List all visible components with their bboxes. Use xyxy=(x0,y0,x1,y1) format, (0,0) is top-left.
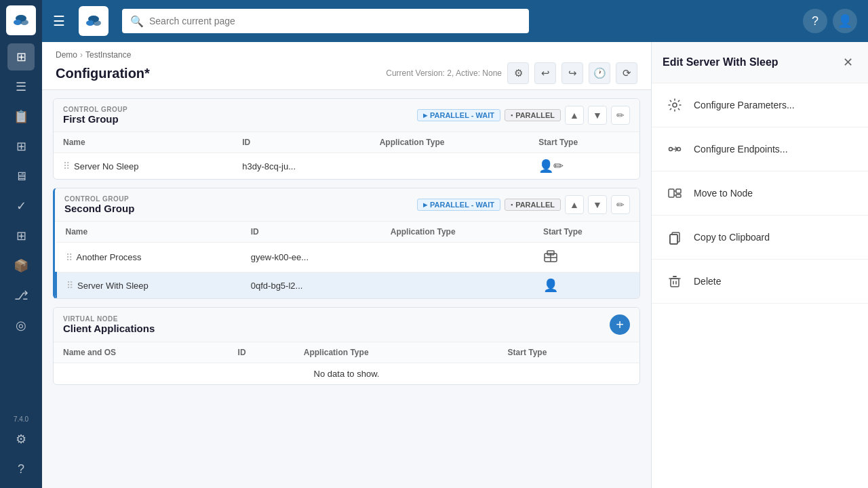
row-id: gyew-k00-ee... xyxy=(241,243,381,272)
badge-wait-first: ▶ PARALLEL - WAIT xyxy=(417,109,500,121)
expand-btn-first[interactable]: ▼ xyxy=(588,106,607,125)
panel-item-label: Copy to Clipboard xyxy=(694,232,770,243)
sidebar-item-versions[interactable]: ⎇ xyxy=(7,282,35,309)
sidebar-item-apps[interactable]: ⊞ xyxy=(7,222,35,249)
svg-rect-22 xyxy=(671,279,679,287)
start-type-icon: 👤✏ xyxy=(538,159,564,173)
breadcrumb-part1: Demo xyxy=(56,50,77,60)
sidebar-item-package[interactable]: 📦 xyxy=(7,252,35,279)
sidebar-item-grid[interactable]: ⊞ xyxy=(7,133,35,160)
vn-header: VIRTUAL NODE Client Applications + xyxy=(54,308,639,342)
add-client-button[interactable]: + xyxy=(610,314,630,335)
row-id: 0qfd-bg5-l2... xyxy=(241,272,381,299)
panel-item-delete[interactable]: Delete xyxy=(652,260,868,304)
sidebar-item-settings[interactable]: ⚙ xyxy=(7,426,35,453)
vn-label: VIRTUAL NODE xyxy=(63,315,155,323)
panel-menu: Configure Parameters... Configure Endpoi… xyxy=(652,83,868,304)
help-button[interactable]: ? xyxy=(803,9,827,33)
edit-btn-second[interactable]: ✏ xyxy=(611,195,630,214)
version-text: Current Version: 2, Active: None xyxy=(386,68,502,78)
col-starttype-vn: Start Type xyxy=(498,342,639,363)
collapse-btn-first[interactable]: ▲ xyxy=(565,106,584,125)
col-starttype-second: Start Type xyxy=(534,222,639,243)
edit-btn-first[interactable]: ✏ xyxy=(611,106,630,125)
col-id-vn: ID xyxy=(229,342,294,363)
panel-item-label: Move to Node xyxy=(694,188,753,199)
page-title: Configuration* xyxy=(56,66,150,81)
no-data-row: No data to show. xyxy=(54,363,639,385)
group-name-first: First Group xyxy=(63,113,127,125)
drag-handle[interactable]: ⠿ xyxy=(66,252,73,263)
right-panel: Edit Server With Sleep ✕ Configure Param… xyxy=(651,42,868,488)
sidebar-item-monitor[interactable]: 🖥 xyxy=(7,163,35,190)
move-icon xyxy=(664,182,686,204)
svg-point-5 xyxy=(93,20,101,26)
panel-header: Edit Server With Sleep ✕ xyxy=(652,42,868,83)
no-data-text: No data to show. xyxy=(54,363,639,385)
refresh-button[interactable]: ⟳ xyxy=(616,62,637,84)
page-main: CONTROL GROUP First Group ▶ PARALLEL - W… xyxy=(42,90,651,488)
col-name-first: Name xyxy=(54,132,233,153)
sidebar-item-tasks[interactable]: ✓ xyxy=(7,192,35,220)
app-version: 7.4.0 xyxy=(14,415,28,423)
panel-item-label: Delete xyxy=(694,276,721,287)
sidebar: ⊞ ☰ 📋 ⊞ 🖥 ✓ ⊞ 📦 ⎇ ◎ 7.4.0 ⚙ ? xyxy=(0,0,42,488)
gear-icon xyxy=(664,94,686,116)
row-name: Server With Sleep xyxy=(77,281,149,291)
col-apptype-first: Application Type xyxy=(370,132,530,153)
col-nameos: Name and OS xyxy=(54,342,229,363)
collapse-btn-second[interactable]: ▲ xyxy=(565,195,584,214)
user-button[interactable]: 👤 xyxy=(833,9,857,33)
control-group-second: CONTROL GROUP Second Group ▶ PARALLEL - … xyxy=(53,188,640,299)
endpoints-icon xyxy=(664,138,686,160)
svg-rect-15 xyxy=(676,189,681,193)
sidebar-item-clipboard[interactable]: 📋 xyxy=(7,103,35,130)
svg-rect-14 xyxy=(669,189,674,197)
search-input[interactable] xyxy=(149,16,521,26)
breadcrumb-part2: TestInstance xyxy=(85,50,131,60)
col-id-first: ID xyxy=(233,132,370,153)
row-id: h3dy-8cq-ju... xyxy=(233,153,370,180)
group-name-second: Second Group xyxy=(64,203,134,214)
panel-close-button[interactable]: ✕ xyxy=(838,53,857,72)
start-type-icon xyxy=(543,252,558,266)
group-header-first: CONTROL GROUP First Group ▶ PARALLEL - W… xyxy=(54,99,639,132)
table-row-selected[interactable]: ⠿ Server With Sleep 0qfd-bg5-l2... 👤 xyxy=(56,272,640,299)
topnav-right: ? 👤 xyxy=(803,9,857,33)
row-name: Server No Sleep xyxy=(74,161,138,171)
panel-item-configure-params[interactable]: Configure Parameters... xyxy=(652,83,868,127)
table-row[interactable]: ⠿ Another Process gyew-k00-ee... xyxy=(56,243,640,272)
svg-point-11 xyxy=(669,148,673,151)
table-row[interactable]: ⠿ Server No Sleep h3dy-8cq-ju... 👤✏ xyxy=(54,153,639,180)
drag-handle[interactable]: ⠿ xyxy=(63,161,70,171)
row-apptype xyxy=(381,272,534,299)
group-header-second: CONTROL GROUP Second Group ▶ PARALLEL - … xyxy=(55,188,639,222)
panel-item-label: Configure Parameters... xyxy=(694,100,795,110)
svg-rect-20 xyxy=(670,235,677,244)
sidebar-item-dashboard[interactable]: ⊞ xyxy=(7,43,35,70)
search-bar[interactable]: 🔍 xyxy=(122,9,529,33)
panel-item-configure-endpoints[interactable]: Configure Endpoints... xyxy=(652,127,868,171)
redo-button[interactable]: ↪ xyxy=(561,62,583,84)
sidebar-logo xyxy=(6,5,36,35)
page-header: Demo › TestInstance Configuration* Curre… xyxy=(42,42,651,90)
row-name: Another Process xyxy=(77,252,142,262)
settings-button[interactable]: ⚙ xyxy=(507,62,529,84)
svg-point-2 xyxy=(20,20,28,25)
panel-item-move-to-node[interactable]: Move to Node xyxy=(652,171,868,216)
badge-parallel-first: ▪ PARALLEL xyxy=(505,109,561,121)
sidebar-item-help[interactable]: ? xyxy=(7,455,35,483)
table-first: Name ID Application Type Start Type ⠿ xyxy=(54,132,639,179)
menu-icon[interactable]: ☰ xyxy=(53,13,65,29)
panel-item-copy-clipboard[interactable]: Copy to Clipboard xyxy=(652,216,868,260)
drag-handle[interactable]: ⠿ xyxy=(66,280,73,291)
history-button[interactable]: 🕐 xyxy=(589,62,610,84)
undo-button[interactable]: ↩ xyxy=(534,62,556,84)
panel-item-label: Configure Endpoints... xyxy=(694,144,788,155)
page-actions: Current Version: 2, Active: None ⚙ ↩ ↪ 🕐… xyxy=(386,62,637,84)
expand-btn-second[interactable]: ▼ xyxy=(588,195,607,214)
sidebar-item-list[interactable]: ☰ xyxy=(7,73,35,100)
table-second: Name ID Application Type Start Type ⠿ xyxy=(55,222,639,298)
control-group-first: CONTROL GROUP First Group ▶ PARALLEL - W… xyxy=(53,98,640,180)
sidebar-item-target[interactable]: ◎ xyxy=(7,312,35,339)
